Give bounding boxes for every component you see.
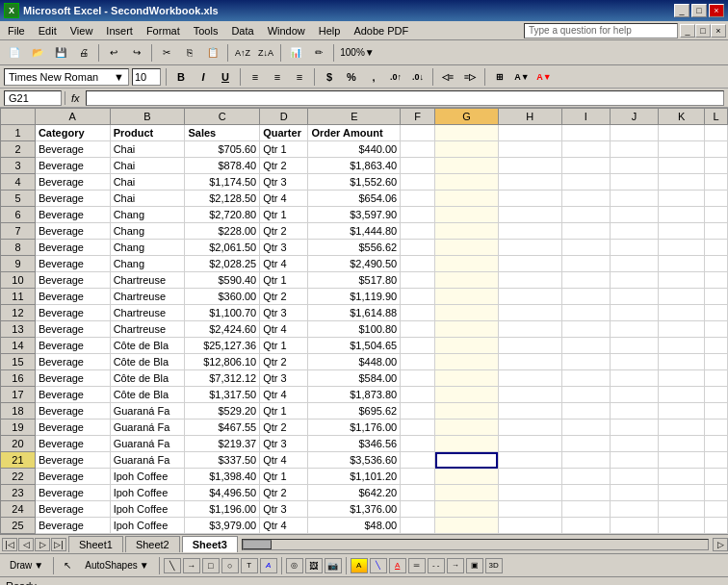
row-header-18[interactable]: 18 — [1, 403, 36, 420]
redo-button[interactable]: ↪ — [126, 43, 147, 63]
cell-I11[interactable] — [561, 289, 610, 305]
cell-B9[interactable]: Chang — [110, 256, 185, 272]
cell-C23[interactable]: $4,496.50 — [185, 485, 260, 501]
cell-D24[interactable]: Qtr 3 — [260, 501, 308, 518]
cell-I3[interactable] — [561, 158, 610, 174]
col-header-E[interactable]: E — [308, 109, 401, 125]
cell-A22[interactable]: Beverage — [35, 469, 110, 485]
wordart-tool[interactable]: A — [260, 558, 277, 573]
horizontal-scrollbar[interactable] — [242, 539, 709, 550]
row-header-4[interactable]: 4 — [1, 174, 36, 191]
row-header-17[interactable]: 17 — [1, 387, 36, 403]
draw-menu[interactable]: Draw ▼ — [4, 557, 49, 574]
cell-F25[interactable] — [401, 518, 435, 534]
cell-D9[interactable]: Qtr 4 — [260, 256, 308, 272]
cell-C9[interactable]: $2,028.25 — [185, 256, 260, 272]
cell-L11[interactable] — [705, 289, 728, 305]
cell-G10[interactable] — [435, 272, 499, 289]
cell-C3[interactable]: $878.40 — [185, 158, 260, 174]
cell-K21[interactable] — [659, 452, 705, 469]
cell-D3[interactable]: Qtr 2 — [260, 158, 308, 174]
cell-E23[interactable]: $642.20 — [308, 485, 401, 501]
cell-H9[interactable] — [498, 256, 561, 272]
cell-B6[interactable]: Chang — [110, 207, 185, 223]
row-header-19[interactable]: 19 — [1, 420, 36, 436]
cell-B4[interactable]: Chai — [110, 174, 185, 191]
cell-E25[interactable]: $48.00 — [308, 518, 401, 534]
cell-F5[interactable] — [401, 191, 435, 207]
row-header-22[interactable]: 22 — [1, 469, 36, 485]
title-bar-buttons[interactable]: _ □ × — [674, 4, 724, 17]
cell-K6[interactable] — [659, 207, 705, 223]
cell-F19[interactable] — [401, 420, 435, 436]
print-button[interactable]: 🖨 — [73, 43, 94, 63]
cell-K18[interactable] — [659, 403, 705, 420]
cell-A25[interactable]: Beverage — [35, 518, 110, 534]
cell-I16[interactable] — [561, 370, 610, 387]
cell-D14[interactable]: Qtr 1 — [260, 338, 308, 354]
cell-I17[interactable] — [561, 387, 610, 403]
cell-F10[interactable] — [401, 272, 435, 289]
maximize-button[interactable]: □ — [691, 4, 707, 17]
row-header-6[interactable]: 6 — [1, 207, 36, 223]
cell-I23[interactable] — [561, 485, 610, 501]
cell-A5[interactable]: Beverage — [35, 191, 110, 207]
bold-button[interactable]: B — [171, 68, 191, 86]
cell-K24[interactable] — [659, 501, 705, 518]
row-header-14[interactable]: 14 — [1, 338, 36, 354]
cell-I8[interactable] — [561, 240, 610, 256]
cell-D17[interactable]: Qtr 4 — [260, 387, 308, 403]
cell-J16[interactable] — [610, 370, 658, 387]
cell-D1[interactable]: Quarter — [260, 125, 308, 141]
cell-K11[interactable] — [659, 289, 705, 305]
cell-B5[interactable]: Chai — [110, 191, 185, 207]
cell-J6[interactable] — [610, 207, 658, 223]
cell-J17[interactable] — [610, 387, 658, 403]
new-button[interactable]: 📄 — [4, 43, 25, 63]
cell-D5[interactable]: Qtr 4 — [260, 191, 308, 207]
cell-E1[interactable]: Order Amount — [308, 125, 401, 141]
cell-C17[interactable]: $1,317.50 — [185, 387, 260, 403]
cell-D21[interactable]: Qtr 4 — [260, 452, 308, 469]
font-color-button[interactable]: A▼ — [534, 68, 554, 86]
cell-C18[interactable]: $529.20 — [185, 403, 260, 420]
cell-B14[interactable]: Côte de Bla — [110, 338, 185, 354]
cell-I7[interactable] — [561, 223, 610, 240]
cell-B8[interactable]: Chang — [110, 240, 185, 256]
cell-K20[interactable] — [659, 436, 705, 452]
drawing-button[interactable]: ✏ — [308, 43, 329, 63]
cell-F11[interactable] — [401, 289, 435, 305]
cell-K17[interactable] — [659, 387, 705, 403]
italic-button[interactable]: I — [194, 68, 213, 86]
cell-G15[interactable] — [435, 354, 499, 370]
cell-C14[interactable]: $25,127.36 — [185, 338, 260, 354]
cell-G17[interactable] — [435, 387, 499, 403]
cell-J25[interactable] — [610, 518, 658, 534]
cell-F2[interactable] — [401, 141, 435, 158]
row-header-10[interactable]: 10 — [1, 272, 36, 289]
cell-G23[interactable] — [435, 485, 499, 501]
align-center-button[interactable]: ≡ — [268, 68, 287, 86]
cell-C4[interactable]: $1,174.50 — [185, 174, 260, 191]
cell-I12[interactable] — [561, 305, 610, 321]
cell-J4[interactable] — [610, 174, 658, 191]
cell-J22[interactable] — [610, 469, 658, 485]
scroll-right-button[interactable]: ▷ — [713, 538, 728, 551]
cell-B25[interactable]: Ipoh Coffee — [110, 518, 185, 534]
cell-C7[interactable]: $228.00 — [185, 223, 260, 240]
row-header-20[interactable]: 20 — [1, 436, 36, 452]
col-header-K[interactable]: K — [659, 109, 705, 125]
cell-J9[interactable] — [610, 256, 658, 272]
tab-first-button[interactable]: |◁ — [2, 538, 17, 551]
cell-K15[interactable] — [659, 354, 705, 370]
app-close[interactable]: × — [711, 24, 726, 38]
cell-D18[interactable]: Qtr 1 — [260, 403, 308, 420]
cell-H21[interactable] — [498, 452, 561, 469]
paste-button[interactable]: 📋 — [202, 43, 223, 63]
cell-L12[interactable] — [705, 305, 728, 321]
cell-D2[interactable]: Qtr 1 — [260, 141, 308, 158]
cell-L5[interactable] — [705, 191, 728, 207]
cell-L22[interactable] — [705, 469, 728, 485]
cell-L21[interactable] — [705, 452, 728, 469]
cell-H1[interactable] — [498, 125, 561, 141]
